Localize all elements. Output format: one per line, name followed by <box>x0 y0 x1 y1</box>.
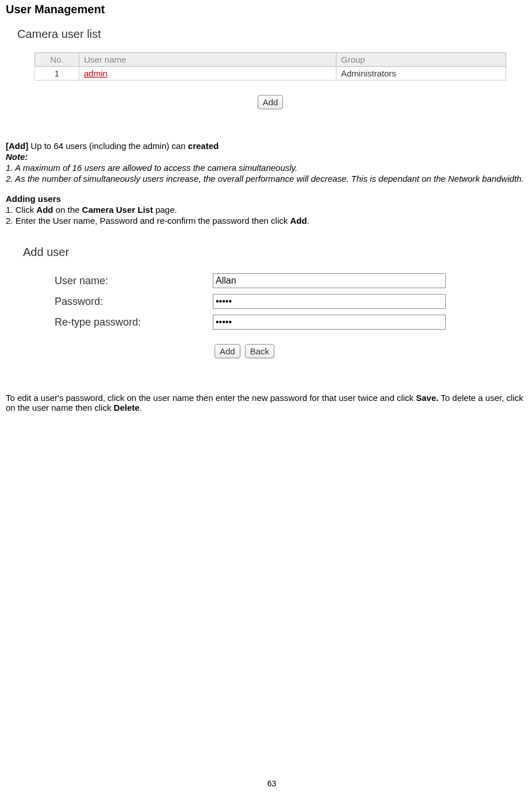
user-list-section: Camera user list No. User name Group 1 a… <box>6 28 526 109</box>
password-input[interactable] <box>213 294 446 309</box>
add-description: [Add] Up to 64 users (including the admi… <box>6 141 526 183</box>
cell-username: admin <box>79 67 336 81</box>
add-user-form: Add user User name: Password: Re-type pa… <box>23 246 526 358</box>
col-group: Group <box>336 53 506 67</box>
page-title: User Management <box>6 3 526 16</box>
password-label: Password: <box>55 296 213 308</box>
username-input[interactable] <box>213 273 446 288</box>
add-user-button[interactable]: Add <box>215 344 240 358</box>
adding-users-section: Adding users 1. Click Add on the Camera … <box>6 194 526 225</box>
user-list-heading: Camera user list <box>17 28 526 41</box>
note-label: Note: <box>6 152 526 162</box>
note-line-2: 2. As the number of simultaneously users… <box>6 174 526 183</box>
add-user-heading: Add user <box>23 246 526 259</box>
table-row: 1 admin Administrators <box>35 67 506 81</box>
note-line-1: 1. A maximum of 16 users are allowed to … <box>6 163 526 173</box>
retype-password-label: Re-type password: <box>55 316 213 328</box>
page-number: 63 <box>6 779 532 788</box>
step-1: 1. Click Add on the Camera User List pag… <box>6 205 526 215</box>
cell-no: 1 <box>35 67 79 81</box>
col-username: User name <box>79 53 336 67</box>
add-label: [Add] <box>6 141 28 151</box>
back-button[interactable]: Back <box>245 344 274 358</box>
adding-users-heading: Adding users <box>6 194 526 204</box>
username-label: User name: <box>55 275 213 287</box>
edit-delete-paragraph: To edit a user's password, click on the … <box>6 393 526 412</box>
col-no: No. <box>35 53 79 67</box>
add-button[interactable]: Add <box>258 95 284 109</box>
retype-password-input[interactable] <box>213 315 446 330</box>
user-link-admin[interactable]: admin <box>84 68 108 78</box>
cell-group: Administrators <box>336 67 506 81</box>
user-list-table: No. User name Group 1 admin Administrato… <box>35 52 506 81</box>
step-2: 2. Enter the User name, Password and re-… <box>6 216 526 225</box>
